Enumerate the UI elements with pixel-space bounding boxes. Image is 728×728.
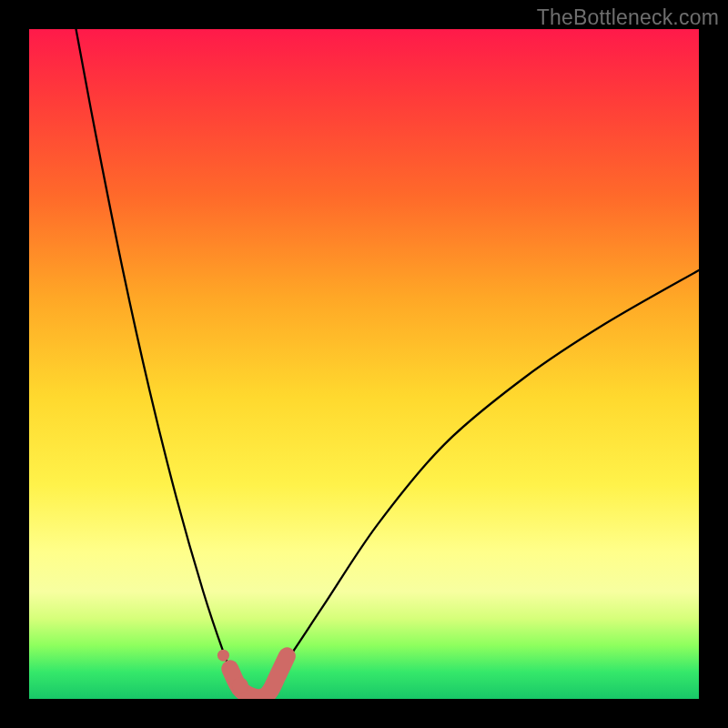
watermark-text: TheBottleneck.com <box>537 5 719 30</box>
curve-layer <box>76 29 699 699</box>
chart-stage: TheBottleneck.com <box>0 0 728 728</box>
valley-overlay-dot <box>232 677 248 693</box>
bottleneck-curve <box>76 29 699 699</box>
curve-svg <box>29 29 699 699</box>
valley-overlay-dot <box>217 650 229 662</box>
plot-area <box>29 29 699 699</box>
